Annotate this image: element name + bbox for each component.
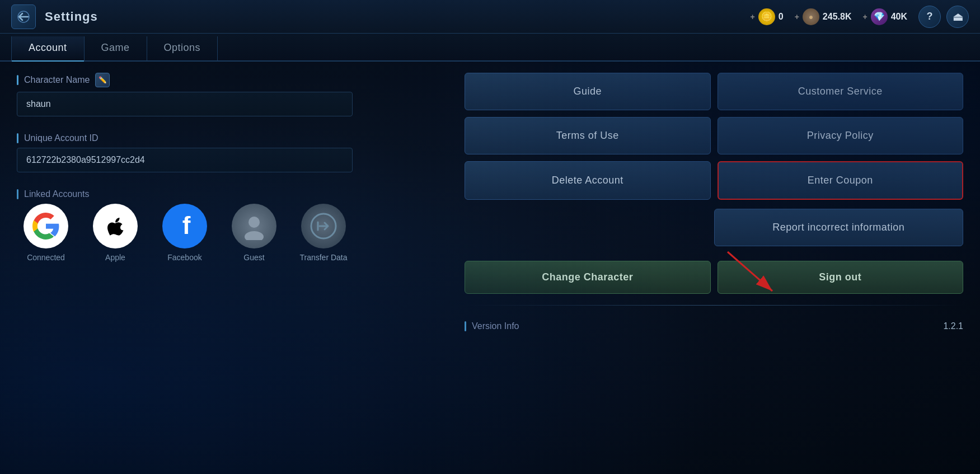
linked-accounts-grid: Connected Apple f — [17, 204, 353, 262]
tab-options[interactable]: Options — [147, 36, 218, 60]
sign-out-button[interactable]: Sign out — [718, 261, 964, 294]
google-label: Connected — [27, 253, 65, 262]
gold-icon: 🪙 — [758, 8, 775, 25]
silver-value: 245.8K — [823, 12, 852, 22]
terms-of-use-button[interactable]: Terms of Use — [465, 117, 711, 154]
privacy-policy-button[interactable]: Privacy Policy — [718, 117, 964, 154]
character-name-label-row: Character Name ✏️ — [17, 73, 442, 87]
character-name-label: Character Name — [24, 75, 90, 85]
main-content: Character Name ✏️ shaun Unique Account I… — [0, 62, 980, 474]
settings-buttons-grid: Guide Customer Service Terms of Use Priv… — [465, 73, 963, 200]
guide-button[interactable]: Guide — [465, 73, 711, 110]
enter-coupon-button[interactable]: Enter Coupon — [718, 161, 964, 200]
left-panel: Character Name ✏️ shaun Unique Account I… — [17, 73, 442, 463]
gold-value: 0 — [779, 12, 784, 22]
silver-icon: ● — [803, 8, 819, 25]
guest-label: Guest — [243, 253, 264, 262]
unique-id-field: 612722b2380a9512997cc2d4 — [17, 148, 353, 172]
transfer-avatar — [301, 204, 346, 248]
facebook-avatar: f — [162, 204, 207, 248]
silver-resource: + ● 245.8K — [795, 8, 852, 25]
character-name-section: Character Name ✏️ shaun — [17, 73, 442, 116]
linked-accounts-label-row: Linked Accounts — [17, 189, 442, 199]
character-name-field: shaun — [17, 92, 353, 116]
guest-account[interactable]: Guest — [225, 204, 283, 262]
linked-accounts-label: Linked Accounts — [24, 189, 90, 199]
help-button[interactable]: ? — [918, 6, 941, 28]
resource-bar: + 🪙 0 + ● 245.8K + 💎 40K — [751, 8, 907, 25]
apple-label: Apple — [105, 253, 125, 262]
transfer-label: Transfer Data — [299, 253, 347, 262]
right-panel: Guide Customer Service Terms of Use Priv… — [465, 73, 963, 463]
top-bar: Settings + 🪙 0 + ● 245.8K + 💎 40K ? ⏏ — [0, 0, 980, 34]
unique-id-label: Unique Account ID — [24, 133, 99, 143]
apple-account[interactable]: Apple — [86, 204, 144, 262]
google-avatar — [24, 204, 68, 248]
report-button[interactable]: Report incorrect information — [714, 209, 964, 246]
top-icons: ? ⏏ — [918, 6, 969, 28]
tab-game[interactable]: Game — [85, 36, 147, 60]
facebook-account[interactable]: f Facebook — [156, 204, 214, 262]
tab-account[interactable]: Account — [11, 36, 85, 60]
gem-icon: 💎 — [871, 8, 888, 25]
delete-account-button[interactable]: Delete Account — [465, 161, 711, 200]
divider — [465, 305, 963, 306]
apple-avatar — [93, 204, 138, 248]
transfer-account[interactable]: Transfer Data — [294, 204, 353, 262]
google-account[interactable]: Connected — [17, 204, 75, 262]
unique-id-section: Unique Account ID 612722b2380a9512997cc2… — [17, 133, 442, 172]
linked-accounts-section: Linked Accounts Connected — [17, 189, 442, 262]
gem-value: 40K — [891, 12, 907, 22]
facebook-label: Facebook — [167, 253, 201, 262]
guest-avatar — [232, 204, 276, 248]
gem-resource: + 💎 40K — [862, 8, 907, 25]
action-buttons-row: Change Character Sign out — [465, 261, 963, 294]
svg-text:f: f — [182, 212, 191, 239]
gold-resource: + 🪙 0 — [751, 8, 784, 25]
unique-id-label-row: Unique Account ID — [17, 133, 442, 143]
edit-name-button[interactable]: ✏️ — [95, 73, 110, 87]
version-label: Version Info — [465, 321, 519, 331]
svg-point-2 — [248, 217, 260, 228]
report-button-row: Report incorrect information — [465, 209, 963, 246]
change-character-button[interactable]: Change Character — [465, 261, 711, 294]
customer-service-button[interactable]: Customer Service — [718, 73, 964, 110]
version-number: 1.2.1 — [943, 321, 963, 331]
version-row: Version Info 1.2.1 — [465, 317, 963, 336]
svg-point-3 — [245, 231, 264, 240]
exit-button[interactable]: ⏏ — [946, 6, 969, 28]
back-button[interactable] — [11, 4, 36, 29]
page-title: Settings — [45, 10, 751, 24]
tabs-bar: Account Game Options — [0, 34, 980, 62]
